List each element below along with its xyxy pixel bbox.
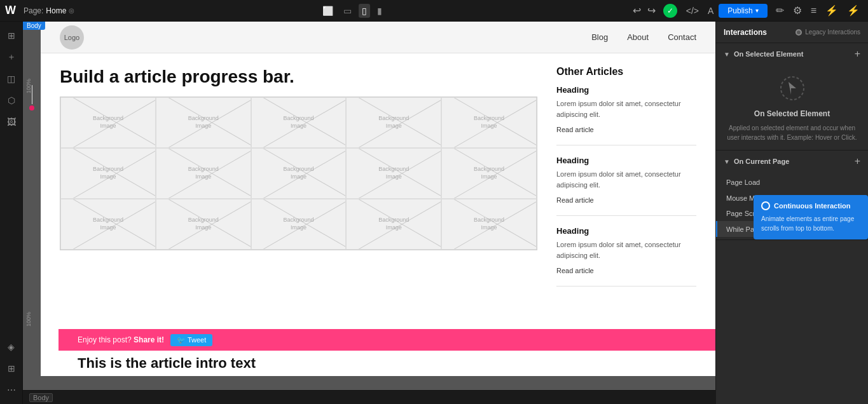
code-button[interactable]: </>: [682, 4, 703, 17]
undo-redo: ↩ ↪: [630, 3, 658, 18]
pages-icon[interactable]: ⊞: [3, 27, 20, 44]
sidebar-article-2: Heading Lorem ipsum dolor sit amet, cons…: [556, 156, 696, 216]
desktop-icon[interactable]: ⬜: [319, 4, 336, 18]
on-selected-element-section: ▼ On Selected Element + On Selected Elem…: [716, 43, 868, 151]
nav-links: Blog About Contact: [591, 32, 696, 42]
add-icon[interactable]: ＋: [3, 48, 20, 66]
tweet-share-text: Share it!: [134, 335, 164, 344]
layers-icon[interactable]: ◫: [3, 70, 20, 88]
page-name: Home: [46, 6, 66, 15]
article-main: Build a article progress bar. Background…: [60, 66, 537, 297]
article-sidebar: Other Articles Heading Lorem ipsum dolor…: [556, 66, 696, 297]
contact-link[interactable]: Contact: [668, 32, 696, 42]
publish-button[interactable]: Publish ▾: [719, 4, 767, 18]
right-panel: Interactions Legacy Interactions ▼ On Se…: [715, 22, 868, 404]
menu-item-page-load[interactable]: Page Load: [716, 175, 868, 190]
chart-icon[interactable]: ⚡: [822, 3, 841, 18]
redo-button[interactable]: ↪: [645, 3, 658, 18]
sidebar-link-1[interactable]: Read article: [556, 126, 594, 133]
pencil-icon[interactable]: ✏: [773, 3, 787, 18]
article-section: Build a article progress bar. Background…: [41, 53, 715, 309]
assets-icon[interactable]: 🖼: [3, 113, 20, 131]
undo-button[interactable]: ↩: [630, 3, 644, 18]
lightning-icon[interactable]: ⚡: [844, 3, 863, 18]
logo-circle: Logo: [60, 25, 84, 50]
status-circle[interactable]: ✓: [663, 4, 677, 18]
type-icon: A: [708, 6, 713, 16]
tweet-text: Enjoy this post?: [78, 335, 132, 344]
list-icon[interactable]: ≡: [808, 4, 820, 18]
grid-icon[interactable]: ⊞: [3, 360, 20, 377]
cursor-icon: [778, 74, 806, 102]
nav-bar: Logo Blog About Contact: [41, 22, 715, 53]
body-tag: Body: [23, 22, 45, 30]
bg-image-cell: BackgroundImage: [251, 199, 347, 250]
left-sidebar: ⊞ ＋ ◫ ⬡ 🖼 ◈ ⊞ ⋯: [0, 22, 23, 404]
page-mockup: Logo Blog About Contact Build a article …: [41, 22, 715, 376]
device-icons: ⬜ ▭ ▯ ▮: [319, 4, 385, 18]
sidebar-heading-2: Heading: [556, 156, 696, 165]
current-page-header[interactable]: ▼ On Current Page +: [716, 151, 868, 172]
publish-arrow-icon: ▾: [755, 7, 759, 14]
bottom-bar: Body: [23, 390, 715, 404]
logo: W: [5, 4, 16, 17]
sidebar-link-3[interactable]: Read article: [556, 267, 594, 274]
legacy-toggle[interactable]: Legacy Interactions: [796, 29, 860, 36]
bg-image-cell: BackgroundImage: [346, 148, 441, 199]
selected-element-body: On Selected Element Applied on selected …: [716, 65, 868, 150]
current-page-add-icon[interactable]: +: [855, 156, 860, 167]
tooltip-desc: Animate elements as entire page scrolls …: [761, 214, 860, 233]
sidebar-body-3: Lorem ipsum dolor sit amet, consectetur …: [556, 239, 696, 260]
sidebar-heading-1: Heading: [556, 85, 696, 95]
bg-image-cell: BackgroundImage: [346, 199, 441, 250]
bg-image-cell: BackgroundImage: [251, 97, 347, 148]
sidebar-body-2: Lorem ipsum dolor sit amet, consectetur …: [556, 169, 696, 190]
svg-marker-1: [789, 82, 796, 95]
on-current-page-section: ▼ On Current Page + Page Load Mouse Move…: [716, 151, 868, 240]
about-link[interactable]: About: [627, 32, 649, 42]
bg-image-cell: BackgroundImage: [60, 97, 156, 148]
help-icon[interactable]: ⋯: [3, 381, 20, 399]
page-label: Page: Home ◎: [24, 6, 74, 15]
sidebar-title: Other Articles: [556, 66, 696, 77]
sidebar-article-1: Heading Lorem ipsum dolor sit amet, cons…: [556, 85, 696, 145]
selected-element-header[interactable]: ▼ On Selected Element +: [716, 43, 868, 65]
blog-link[interactable]: Blog: [591, 32, 608, 42]
bg-image-cell: BackgroundImage: [156, 199, 251, 250]
tablet-icon[interactable]: ▯: [359, 4, 370, 18]
selected-element-title: On Selected Element: [734, 50, 855, 58]
bg-image-cell: BackgroundImage: [156, 148, 251, 199]
sidebar-link-2[interactable]: Read article: [556, 196, 594, 204]
bg-image-cell: BackgroundImage: [441, 97, 537, 148]
bg-image-cell: BackgroundImage: [156, 97, 251, 148]
canvas-inner: Body 100% 100% Logo Blog About: [23, 22, 715, 390]
bg-image-cell: BackgroundImage: [346, 97, 441, 148]
mobile-icon[interactable]: ▮: [374, 4, 385, 18]
toggle-circle: [796, 29, 802, 36]
sidebar-article-3: Heading Lorem ipsum dolor sit amet, cons…: [556, 226, 696, 286]
current-page-title: On Current Page: [734, 158, 855, 165]
top-bar-right-icons: ✏ ⚙ ≡ ⚡ ⚡: [773, 3, 863, 18]
top-bar: W Page: Home ◎ ⬜ ▭ ▯ ▮ ↩ ↪ ✓ </> A Publi…: [0, 0, 868, 22]
tooltip-popup: Continuous Interaction Animate elements …: [754, 195, 868, 239]
cursor-icon-wrap: [776, 72, 808, 104]
tweet-bar: Enjoy this post? Share it! 🐦 Tweet: [59, 329, 715, 351]
side-label-bottom: 100%: [25, 312, 32, 327]
bg-image-cell: BackgroundImage: [441, 199, 537, 250]
selected-element-card-desc: Applied on selected element and occur wh…: [724, 123, 860, 142]
interactions-icon[interactable]: ◈: [3, 338, 20, 356]
right-panel-scroll: ▼ On Selected Element + On Selected Elem…: [716, 43, 868, 404]
progress-indicator: [29, 85, 34, 111]
tweet-button[interactable]: 🐦 Tweet: [170, 334, 212, 346]
page-icon: ◎: [69, 7, 74, 14]
main-layout: ⊞ ＋ ◫ ⬡ 🖼 ◈ ⊞ ⋯ Body 100% 100%: [0, 22, 868, 404]
body-tag-bottom[interactable]: Body: [29, 393, 53, 402]
components-icon[interactable]: ⬡: [3, 91, 20, 109]
sidebar-body-1: Lorem ipsum dolor sit amet, consectetur …: [556, 98, 696, 119]
selected-element-add-icon[interactable]: +: [855, 48, 860, 60]
gear-icon[interactable]: ⚙: [790, 3, 805, 18]
laptop-icon[interactable]: ▭: [340, 4, 355, 18]
panel-title: Interactions: [724, 28, 790, 37]
tooltip-title: Continuous Interaction: [774, 202, 850, 210]
sidebar-heading-3: Heading: [556, 226, 696, 236]
